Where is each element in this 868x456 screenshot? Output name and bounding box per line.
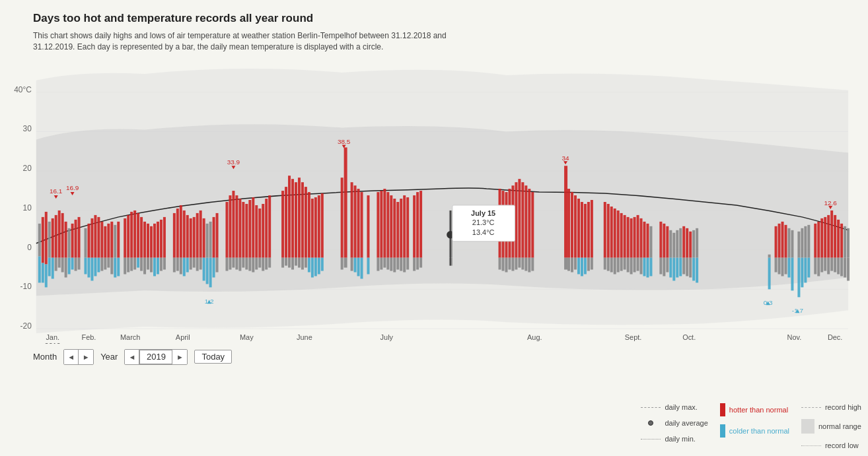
svg-rect-233	[528, 257, 530, 272]
svg-text:April: April	[176, 333, 190, 341]
legend-col-hotter-colder: hotter than normal colder than normal	[720, 403, 789, 438]
svg-rect-152	[295, 182, 297, 257]
month-prev-button[interactable]: ◄	[64, 350, 79, 364]
svg-rect-166	[318, 195, 320, 258]
svg-rect-217	[502, 257, 505, 271]
svg-rect-29	[61, 257, 64, 272]
record-low-line	[801, 445, 821, 446]
svg-rect-128	[245, 204, 248, 258]
svg-rect-221	[508, 257, 511, 269]
svg-rect-293	[672, 257, 675, 280]
svg-rect-312	[778, 224, 781, 258]
svg-rect-135	[255, 257, 258, 269]
svg-rect-16	[42, 217, 44, 263]
svg-rect-81	[153, 257, 156, 276]
svg-rect-31	[65, 257, 67, 277]
svg-rect-311	[775, 257, 778, 272]
svg-rect-202	[406, 197, 409, 258]
svg-text:March: March	[120, 333, 140, 341]
svg-rect-351	[847, 257, 850, 280]
svg-rect-316	[785, 225, 787, 258]
svg-rect-324	[801, 228, 803, 258]
legend-hotter: hotter than normal	[720, 403, 789, 416]
svg-text:Sept.: Sept.	[625, 333, 642, 341]
svg-text:10: 10	[23, 203, 32, 212]
year-prev-button[interactable]: ◄	[125, 350, 139, 364]
svg-rect-17	[42, 263, 44, 282]
chart-title: Days too hot and temperature records all…	[33, 12, 855, 25]
svg-rect-266	[624, 215, 626, 258]
svg-rect-246	[581, 202, 583, 258]
svg-rect-331	[814, 257, 816, 274]
svg-rect-174	[351, 182, 353, 257]
svg-rect-333	[817, 257, 820, 276]
svg-rect-136	[258, 209, 261, 258]
svg-rect-143	[268, 257, 271, 267]
svg-rect-347	[840, 257, 843, 276]
svg-rect-48	[97, 217, 100, 258]
svg-rect-147	[285, 257, 287, 265]
svg-rect-228	[521, 182, 524, 257]
svg-rect-277	[640, 257, 643, 274]
svg-rect-162	[311, 199, 314, 258]
svg-rect-219	[505, 257, 507, 272]
svg-rect-298	[682, 226, 685, 258]
year-nav[interactable]: ◄ 2019 ►	[124, 349, 188, 365]
svg-rect-139	[262, 257, 264, 271]
svg-rect-337	[824, 257, 826, 271]
svg-rect-327	[804, 257, 807, 282]
colder-bar-icon	[720, 424, 725, 438]
svg-rect-85	[160, 257, 163, 271]
hotter-bar-icon	[720, 403, 725, 416]
svg-rect-158	[305, 187, 307, 257]
svg-rect-179	[357, 257, 360, 276]
svg-rect-61	[117, 257, 120, 276]
svg-rect-207	[416, 257, 419, 269]
svg-rect-170	[344, 147, 347, 257]
svg-rect-71	[137, 257, 139, 267]
year-next-button[interactable]: ►	[172, 350, 187, 364]
svg-rect-20	[48, 222, 51, 258]
svg-rect-208	[419, 191, 422, 258]
svg-rect-325	[801, 257, 803, 287]
svg-rect-54	[107, 224, 110, 258]
svg-rect-243	[574, 257, 577, 269]
svg-rect-303	[689, 257, 692, 277]
svg-text:34: 34	[562, 154, 570, 162]
today-button[interactable]: Today	[194, 350, 232, 364]
svg-rect-276	[640, 218, 643, 258]
month-next-button[interactable]: ►	[79, 350, 93, 364]
svg-rect-320	[791, 230, 793, 258]
svg-rect-258	[610, 207, 613, 258]
svg-rect-200	[403, 195, 406, 258]
svg-rect-248	[584, 204, 587, 258]
svg-rect-26	[58, 211, 61, 258]
month-nav[interactable]: ◄ ►	[63, 349, 94, 365]
svg-rect-43	[87, 257, 90, 277]
month-label: Month	[33, 352, 57, 362]
svg-text:40°C: 40°C	[14, 85, 32, 94]
main-chart-svg: 40°C 30 20 10 0 -10 -20	[13, 60, 855, 344]
svg-text:20: 20	[23, 164, 32, 173]
svg-rect-265	[620, 257, 623, 271]
svg-rect-280	[646, 224, 649, 258]
svg-rect-119	[229, 257, 231, 269]
svg-rect-131	[248, 257, 251, 271]
svg-rect-56	[110, 222, 113, 258]
svg-rect-181	[361, 257, 363, 278]
svg-rect-346	[840, 224, 843, 258]
legend-colder-label: colder than normal	[729, 427, 789, 435]
svg-rect-57	[110, 257, 113, 274]
svg-rect-90	[176, 209, 179, 258]
svg-rect-95	[183, 257, 186, 276]
svg-rect-238	[567, 189, 570, 258]
svg-rect-249	[584, 257, 587, 274]
legend-hotter-label: hotter than normal	[729, 406, 788, 414]
svg-rect-50	[100, 222, 103, 258]
year-label: Year	[100, 352, 118, 362]
svg-rect-106	[203, 218, 205, 258]
svg-rect-330	[814, 224, 816, 258]
svg-rect-100	[193, 217, 196, 258]
svg-rect-295	[676, 257, 678, 277]
svg-rect-193	[390, 257, 392, 271]
